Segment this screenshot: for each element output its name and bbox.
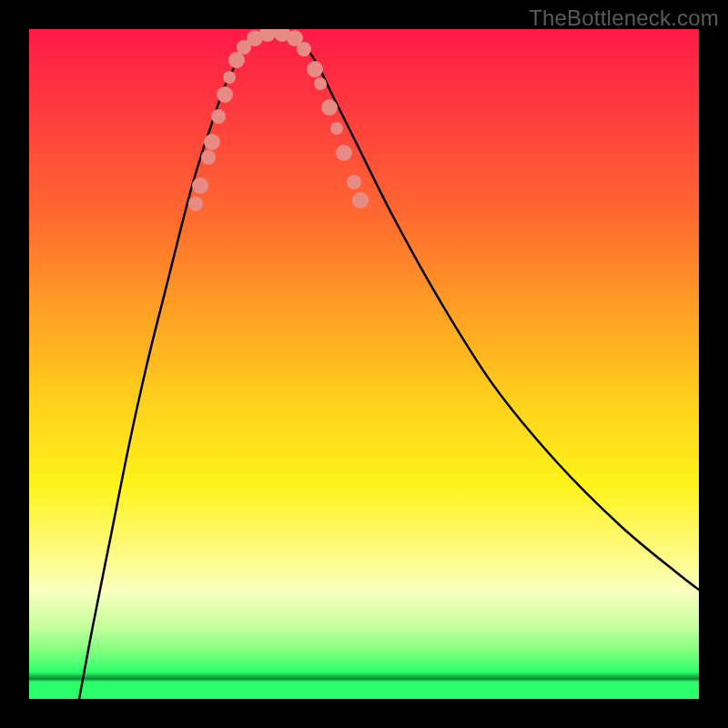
data-marker <box>217 86 233 103</box>
data-marker <box>223 71 236 84</box>
data-marker <box>192 177 208 194</box>
data-marker <box>321 99 338 116</box>
chart-svg <box>29 29 699 699</box>
data-marker <box>347 175 361 189</box>
plot-area <box>29 29 699 699</box>
data-marker <box>352 192 369 208</box>
data-marker <box>307 61 323 77</box>
data-marker <box>204 134 220 150</box>
data-marker <box>314 77 327 90</box>
data-marker <box>330 122 343 135</box>
data-marker <box>297 42 311 56</box>
bottleneck-curve <box>79 32 699 699</box>
series-lines <box>79 32 699 699</box>
data-marker <box>336 145 352 161</box>
chart-frame: TheBottleneck.com <box>0 0 728 728</box>
data-marker <box>211 109 226 124</box>
data-marker <box>201 150 216 165</box>
data-marker <box>188 197 203 211</box>
marker-cluster <box>188 29 369 211</box>
watermark-text: TheBottleneck.com <box>529 5 719 31</box>
